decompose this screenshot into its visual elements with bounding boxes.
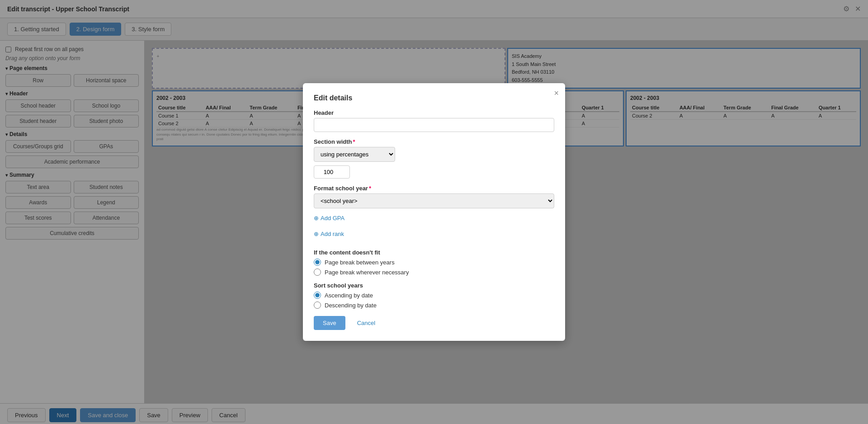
width-value-input[interactable] — [314, 165, 350, 179]
width-value-row — [314, 165, 554, 179]
add-rank-section: ⊕ Add rank — [314, 231, 554, 242]
modal-cancel-button[interactable]: Cancel — [350, 316, 382, 330]
radio-page-break-wherever-label: Page break wherever necessary — [325, 269, 409, 276]
radio-page-break-years-input[interactable] — [314, 259, 321, 266]
header-field-label: Header — [314, 109, 554, 116]
radio-page-break-years-label: Page break between years — [325, 259, 395, 266]
header-field: Header — [314, 109, 554, 132]
modal-actions: Save Cancel — [314, 316, 554, 330]
add-gpa-link[interactable]: ⊕ Add GPA — [314, 215, 344, 221]
modal-save-button[interactable]: Save — [314, 316, 345, 330]
format-school-year-field: Format school year* <school year> 2002-2… — [314, 185, 554, 208]
modal-overlay[interactable]: Edit details × Header Section width* usi… — [0, 0, 868, 424]
radio-ascending-input[interactable] — [314, 292, 321, 299]
add-rank-link[interactable]: ⊕ Add rank — [314, 231, 344, 237]
radio-page-break-wherever: Page break wherever necessary — [314, 269, 554, 276]
radio-descending-input[interactable] — [314, 302, 321, 309]
sort-years-group: Sort school years Ascending by date Desc… — [314, 282, 554, 309]
section-width-row: using percentages fixed — [314, 147, 554, 162]
edit-details-modal: Edit details × Header Section width* usi… — [303, 83, 565, 341]
radio-ascending-label: Ascending by date — [325, 292, 373, 299]
radio-descending-label: Descending by date — [325, 302, 377, 309]
content-fit-group: If the content doesn't fit Page break be… — [314, 249, 554, 276]
format-school-year-label: Format school year* — [314, 185, 554, 192]
add-gpa-plus-icon: ⊕ — [314, 215, 319, 221]
radio-page-break-wherever-input[interactable] — [314, 269, 321, 276]
modal-title: Edit details — [314, 94, 554, 102]
header-input[interactable] — [314, 118, 554, 132]
school-year-select[interactable]: <school year> 2002-2003 — [314, 193, 554, 208]
content-fit-label: If the content doesn't fit — [314, 249, 554, 256]
modal-close-button[interactable]: × — [554, 89, 559, 98]
width-type-select[interactable]: using percentages fixed — [314, 147, 395, 162]
radio-descending: Descending by date — [314, 302, 554, 309]
section-width-field: Section width* using percentages fixed — [314, 138, 554, 179]
sort-years-label: Sort school years — [314, 282, 554, 289]
radio-page-break-years: Page break between years — [314, 259, 554, 266]
add-gpa-section: ⊕ Add GPA — [314, 215, 554, 226]
section-width-label: Section width* — [314, 138, 554, 145]
add-rank-plus-icon: ⊕ — [314, 231, 319, 237]
radio-ascending: Ascending by date — [314, 292, 554, 299]
